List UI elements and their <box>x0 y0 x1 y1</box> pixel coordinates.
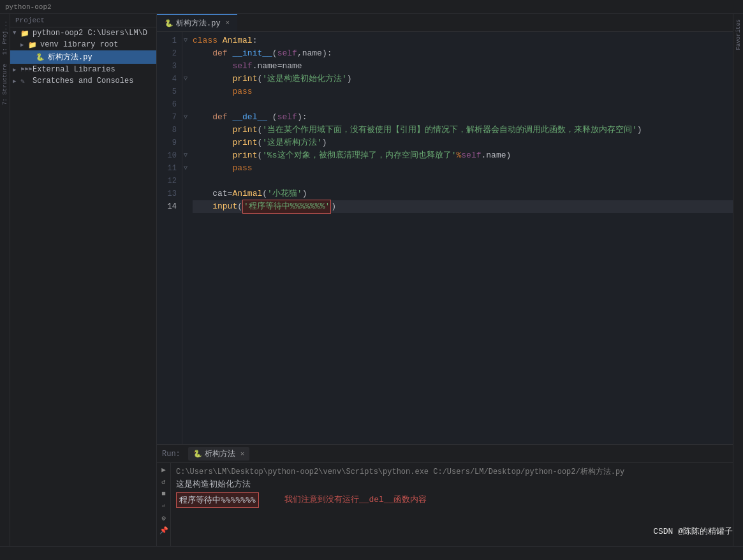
sidebar-item-label: 析构方法.py <box>48 52 92 63</box>
fold-icon-4: ▽ <box>184 73 188 85</box>
tab-close-icon[interactable]: × <box>226 19 230 27</box>
run-wrap-button[interactable]: ⏎ <box>159 501 169 511</box>
line-num-14: 14 <box>157 200 177 213</box>
run-tab-close-icon[interactable]: × <box>240 450 245 458</box>
line-num-12: 12 <box>157 175 177 188</box>
sidebar-item-label: venv library root <box>40 40 118 49</box>
watermark: CSDN @陈陈的精罐子 <box>653 526 733 537</box>
folder-icon: 📁 <box>20 29 31 38</box>
code-line-14: input('程序等待中%%%%%%%') <box>193 200 733 213</box>
run-controls: ▶ ↺ ■ ⏎ ⚙ 📌 <box>157 463 171 546</box>
sidebar-item-label: Scratches and Consoles <box>33 77 133 85</box>
code-content[interactable]: ▽ class Animal: def __init__(self,name):… <box>182 32 733 444</box>
sidebar-item-析构方法py[interactable]: 🐍 析构方法.py <box>10 50 156 64</box>
status-bar <box>0 546 743 560</box>
run-settings-button[interactable]: ⚙ <box>159 513 169 523</box>
run-tabs: Run: 🐍 析构方法 × <box>157 445 733 463</box>
run-annotation: 我们注意到没有运行__del__函数内容 <box>284 491 427 509</box>
sidebar-item-scratches[interactable]: ▶ ✎ Scratches and Consoles <box>10 75 156 87</box>
project-tree-panel: Project ▼ 📁 python-oop2 C:\Users\LM\D ▶ … <box>10 14 157 546</box>
fold-icon-1: ▽ <box>184 34 188 47</box>
scratches-icon: ✎ <box>20 77 31 85</box>
expand-arrow-icon: ▼ <box>13 30 20 36</box>
run-rerun-button[interactable]: ↺ <box>159 476 169 487</box>
top-bar: python-oop2 <box>0 0 743 14</box>
run-panel: Run: 🐍 析构方法 × ▶ ↺ ■ ⏎ ⚙ <box>157 444 733 546</box>
run-play-button[interactable]: ▶ <box>159 464 169 475</box>
code-line-13: cat=Animal('小花猫') <box>193 188 733 200</box>
python-run-icon: 🐍 <box>193 450 202 458</box>
code-line-12 <box>193 175 733 188</box>
code-line-3: self.name=name <box>193 60 733 73</box>
code-line-9: print('这是析构方法') <box>193 136 733 149</box>
expand-arrow-icon: ▶ <box>13 66 20 73</box>
top-bar-title: python-oop2 <box>5 3 52 11</box>
run-content: ▶ ↺ ■ ⏎ ⚙ 📌 C:\Users\LM\Desktop\python-o… <box>157 463 733 546</box>
code-line-2: def __init__(self,name): <box>193 47 733 60</box>
editor-tab-析构方法py[interactable]: 🐍 析构方法.py × <box>157 14 237 31</box>
editor-tabs: 🐍 析构方法.py × <box>157 14 733 32</box>
run-tab-active[interactable]: 🐍 析构方法 × <box>188 447 250 461</box>
line-num-11: 11 <box>157 162 177 175</box>
tab-label: 析构方法.py <box>176 18 221 29</box>
line-num-3: 3 <box>157 60 177 73</box>
sidebar-item-label: External Libraries <box>33 65 115 74</box>
line-numbers: 1 2 3 4 5 6 7 8 9 10 11 12 13 14 <box>157 32 182 444</box>
code-line-7: ▽ def __del__ (self): <box>193 111 733 124</box>
line-num-1: 1 <box>157 34 177 47</box>
sidebar-item-label: python-oop2 C:\Users\LM\D <box>33 29 147 38</box>
sidebar-item-venv[interactable]: ▶ 📁 venv library root <box>10 39 156 50</box>
fold-icon-11: ▽ <box>184 162 188 175</box>
run-output: C:\Users\LM\Desktop\python-oop2\venv\Scr… <box>171 463 733 546</box>
line-num-13: 13 <box>157 188 177 200</box>
sidebar-item-external-libs[interactable]: ▶ ⚑⚑⚑ External Libraries <box>10 64 156 75</box>
line-num-7: 7 <box>157 111 177 124</box>
code-line-5: pass <box>193 85 733 98</box>
code-line-4: ▽ print('这是构造初始化方法') <box>193 73 733 85</box>
expand-arrow-icon: ▶ <box>20 41 28 48</box>
line-num-6: 6 <box>157 98 177 111</box>
sidebar-header: Project <box>10 14 156 27</box>
line-num-10: 10 <box>157 149 177 162</box>
left-vertical-panel: 1: Proj... 7: Structure <box>0 14 10 546</box>
sidebar-item-python-oop2[interactable]: ▼ 📁 python-oop2 C:\Users\LM\D <box>10 27 156 39</box>
line-num-9: 9 <box>157 136 177 149</box>
fold-icon-7: ▽ <box>184 111 188 124</box>
code-line-10: ▽ print('%s这个对象，被彻底清理掉了，内存空间也释放了'%self.n… <box>193 149 733 162</box>
run-pin-button[interactable]: 📌 <box>159 525 169 535</box>
code-editor: 1 2 3 4 5 6 7 8 9 10 11 12 13 14 <box>157 32 733 444</box>
folder-icon: 📁 <box>28 41 38 49</box>
left-tab-structure[interactable]: 7: Structure <box>1 60 9 109</box>
run-input-box[interactable]: 程序等待中%%%%%%% <box>176 492 259 508</box>
favorites-label: Favorites <box>734 17 743 53</box>
line-num-5: 5 <box>157 85 177 98</box>
line-num-4: 4 <box>157 73 177 85</box>
input-highlight: '程序等待中%%%%%%%' <box>242 200 331 214</box>
code-line-8: print('当在某个作用域下面，没有被使用【引用】的情况下，解析器会自动的调用… <box>193 124 733 136</box>
code-line-11: ▽ pass <box>193 162 733 175</box>
fold-icon-10: ▽ <box>184 149 188 162</box>
run-label: Run: <box>162 450 180 459</box>
run-tab-label: 析构方法 <box>205 448 235 459</box>
run-output-line1: 这是构造初始化方法 <box>176 478 728 491</box>
run-command-line: C:\Users\LM\Desktop\python-oop2\venv\Scr… <box>176 466 728 478</box>
code-line-6 <box>193 98 733 111</box>
line-num-8: 8 <box>157 124 177 136</box>
left-tab-project[interactable]: 1: Proj... <box>1 17 9 59</box>
run-stop-button[interactable]: ■ <box>159 489 169 499</box>
run-output-line2-row: 程序等待中%%%%%%% 我们注意到没有运行__del__函数内容 <box>176 491 728 509</box>
expand-arrow-icon: ▶ <box>13 78 20 85</box>
favorites-bar: Favorites <box>733 14 743 546</box>
python-file-icon: 🐍 <box>36 53 46 61</box>
code-line-1: ▽ class Animal: <box>193 34 733 47</box>
python-tab-icon: 🐍 <box>165 19 173 27</box>
library-icon: ⚑⚑⚑ <box>20 66 31 73</box>
line-num-2: 2 <box>157 47 177 60</box>
